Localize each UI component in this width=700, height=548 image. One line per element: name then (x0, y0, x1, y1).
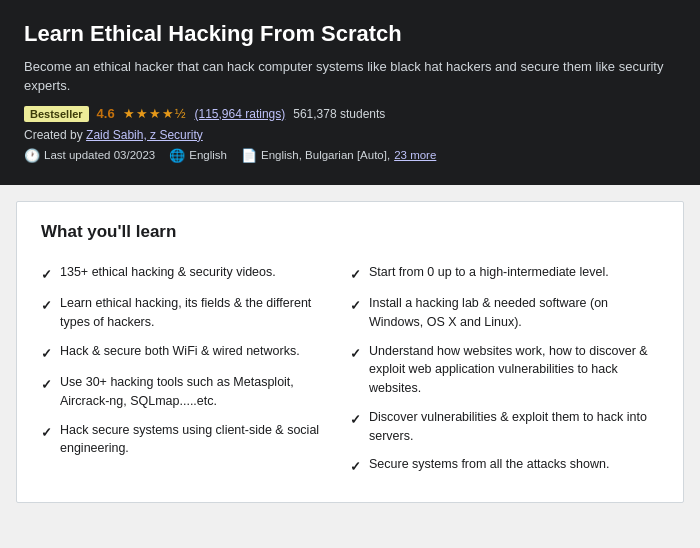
last-updated: 🕐 Last updated 03/2023 (24, 148, 155, 163)
rating-count[interactable]: (115,964 ratings) (195, 107, 286, 121)
learn-item-text: Use 30+ hacking tools such as Metasploit… (60, 373, 342, 411)
learn-item-text: Hack secure systems using client-side & … (60, 421, 342, 459)
list-item: ✓Hack secure systems using client-side &… (41, 416, 350, 464)
list-item: ✓Understand how websites work, how to di… (350, 337, 659, 403)
learn-section: What you'll learn ✓135+ ethical hacking … (16, 201, 684, 503)
check-icon: ✓ (41, 265, 52, 285)
caption-icon: 📄 (241, 148, 257, 163)
learn-title: What you'll learn (41, 222, 659, 242)
list-item: ✓135+ ethical hacking & security videos. (41, 258, 350, 290)
check-icon: ✓ (41, 344, 52, 364)
list-item: ✓Install a hacking lab & needed software… (350, 289, 659, 337)
language-text: English (189, 149, 227, 161)
learn-item-text: 135+ ethical hacking & security videos. (60, 263, 342, 282)
learn-item-text: Secure systems from all the attacks show… (369, 455, 651, 474)
last-updated-text: Last updated 03/2023 (44, 149, 155, 161)
check-icon: ✓ (41, 296, 52, 316)
course-title: Learn Ethical Hacking From Scratch (24, 20, 676, 49)
learn-item-text: Start from 0 up to a high-intermediate l… (369, 263, 651, 282)
list-item: ✓Start from 0 up to a high-intermediate … (350, 258, 659, 290)
list-item: ✓Hack & secure both WiFi & wired network… (41, 337, 350, 369)
creator-link[interactable]: Zaid Sabih, z Security (86, 128, 203, 142)
list-item: ✓Secure systems from all the attacks sho… (350, 450, 659, 482)
learn-item-text: Install a hacking lab & needed software … (369, 294, 651, 332)
learn-grid: ✓135+ ethical hacking & security videos.… (41, 258, 659, 482)
check-icon: ✓ (41, 375, 52, 395)
meta-row: 🕐 Last updated 03/2023 🌐 English 📄 Engli… (24, 148, 676, 163)
bestseller-badge: Bestseller (24, 106, 89, 122)
check-icon: ✓ (350, 410, 361, 430)
creator-prefix: Created by (24, 128, 83, 142)
captions-item: 📄 English, Bulgarian [Auto], 23 more (241, 148, 436, 163)
language-item: 🌐 English (169, 148, 227, 163)
captions-text: English, Bulgarian [Auto], (261, 149, 390, 161)
rating-row: Bestseller 4.6 ★★★★½ (115,964 ratings) 5… (24, 106, 676, 122)
check-icon: ✓ (350, 457, 361, 477)
students-count: 561,378 students (293, 107, 385, 121)
stars-icon: ★★★★½ (123, 106, 187, 121)
header: Learn Ethical Hacking From Scratch Becom… (0, 0, 700, 185)
learn-item-text: Hack & secure both WiFi & wired networks… (60, 342, 342, 361)
list-item: ✓Use 30+ hacking tools such as Metasploi… (41, 368, 350, 416)
rating-score: 4.6 (97, 106, 115, 121)
check-icon: ✓ (350, 296, 361, 316)
learn-items-left: ✓135+ ethical hacking & security videos.… (41, 258, 350, 482)
check-icon: ✓ (350, 344, 361, 364)
check-icon: ✓ (350, 265, 361, 285)
list-item: ✓Learn ethical hacking, its fields & the… (41, 289, 350, 337)
globe-icon: 🌐 (169, 148, 185, 163)
course-subtitle: Become an ethical hacker that can hack c… (24, 57, 676, 96)
creator-row: Created by Zaid Sabih, z Security (24, 128, 676, 142)
list-item: ✓Discover vulnerabilities & exploit them… (350, 403, 659, 451)
learn-item-text: Understand how websites work, how to dis… (369, 342, 651, 398)
learn-item-text: Discover vulnerabilities & exploit them … (369, 408, 651, 446)
learn-item-text: Learn ethical hacking, its fields & the … (60, 294, 342, 332)
check-icon: ✓ (41, 423, 52, 443)
clock-icon: 🕐 (24, 148, 40, 163)
learn-items-right: ✓Start from 0 up to a high-intermediate … (350, 258, 659, 482)
more-link[interactable]: 23 more (394, 149, 436, 161)
